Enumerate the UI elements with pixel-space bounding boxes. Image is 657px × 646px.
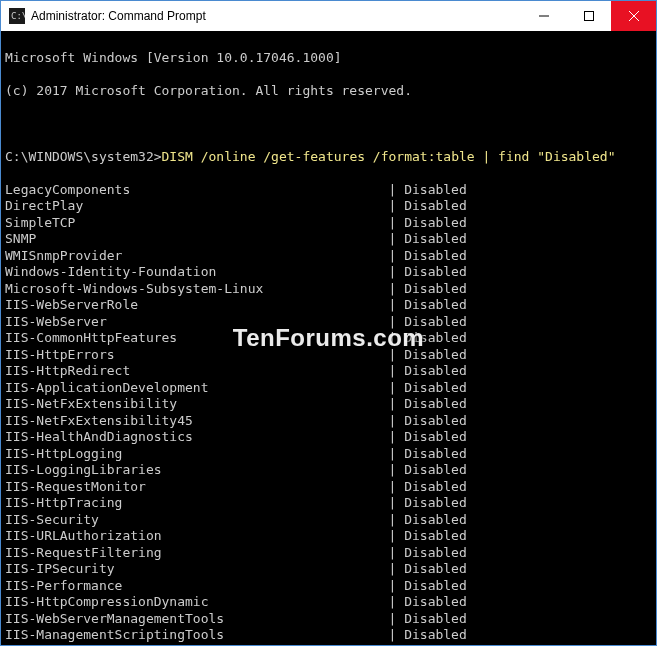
titlebar[interactable]: C:\ Administrator: Command Prompt: [1, 1, 656, 31]
table-row: IIS-RequestMonitor | Disabled: [5, 479, 652, 496]
prompt-text: C:\WINDOWS\system32>: [5, 149, 162, 164]
command-prompt-window: C:\ Administrator: Command Prompt Micros…: [0, 0, 657, 646]
svg-text:C:\: C:\: [11, 11, 25, 21]
version-line: Microsoft Windows [Version 10.0.17046.10…: [5, 50, 652, 67]
minimize-button[interactable]: [521, 1, 566, 31]
table-row: SimpleTCP | Disabled: [5, 215, 652, 232]
table-row: IIS-Performance | Disabled: [5, 578, 652, 595]
table-row: IIS-NetFxExtensibility | Disabled: [5, 396, 652, 413]
command-text: DISM /online /get-features /format:table…: [162, 149, 616, 164]
table-row: IIS-WebServer | Disabled: [5, 314, 652, 331]
table-row: IIS-HttpErrors | Disabled: [5, 347, 652, 364]
blank-line: [5, 116, 652, 133]
table-row: IIS-WebServerManagementTools | Disabled: [5, 611, 652, 628]
table-row: IIS-RequestFiltering | Disabled: [5, 545, 652, 562]
window-controls: [521, 1, 656, 31]
table-row: IIS-HttpLogging | Disabled: [5, 446, 652, 463]
table-row: IIS-HttpCompressionDynamic | Disabled: [5, 594, 652, 611]
table-row: IIS-HttpTracing | Disabled: [5, 495, 652, 512]
window-title: Administrator: Command Prompt: [31, 9, 521, 23]
table-row: Windows-Identity-Foundation | Disabled: [5, 264, 652, 281]
table-row: DirectPlay | Disabled: [5, 198, 652, 215]
table-row: LegacyComponents | Disabled: [5, 182, 652, 199]
svg-rect-3: [584, 12, 593, 21]
table-row: WMISnmpProvider | Disabled: [5, 248, 652, 265]
table-row: Microsoft-Windows-Subsystem-Linux | Disa…: [5, 281, 652, 298]
table-row: IIS-URLAuthorization | Disabled: [5, 528, 652, 545]
terminal-area[interactable]: Microsoft Windows [Version 10.0.17046.10…: [1, 31, 656, 645]
table-row: IIS-CommonHttpFeatures | Disabled: [5, 330, 652, 347]
close-button[interactable]: [611, 1, 656, 31]
maximize-button[interactable]: [566, 1, 611, 31]
table-row: IIS-IIS6ManagementCompatibility | Disabl…: [5, 644, 652, 646]
table-row: IIS-NetFxExtensibility45 | Disabled: [5, 413, 652, 430]
table-row: IIS-IPSecurity | Disabled: [5, 561, 652, 578]
table-row: IIS-HttpRedirect | Disabled: [5, 363, 652, 380]
table-row: SNMP | Disabled: [5, 231, 652, 248]
cmd-icon: C:\: [9, 8, 25, 24]
copyright-line: (c) 2017 Microsoft Corporation. All righ…: [5, 83, 652, 100]
table-row: IIS-HealthAndDiagnostics | Disabled: [5, 429, 652, 446]
prompt-line: C:\WINDOWS\system32>DISM /online /get-fe…: [5, 149, 652, 166]
table-row: IIS-Security | Disabled: [5, 512, 652, 529]
table-row: IIS-LoggingLibraries | Disabled: [5, 462, 652, 479]
output-table: LegacyComponents | DisabledDirectPlay | …: [5, 182, 652, 646]
table-row: IIS-ManagementScriptingTools | Disabled: [5, 627, 652, 644]
table-row: IIS-WebServerRole | Disabled: [5, 297, 652, 314]
table-row: IIS-ApplicationDevelopment | Disabled: [5, 380, 652, 397]
